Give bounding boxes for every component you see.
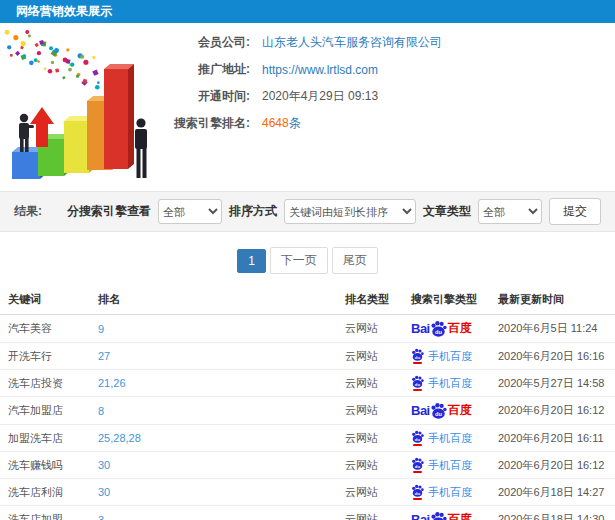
filter-controls: 分搜索引擎查看 全部 排序方式 关键词由短到长排序 文章类型 全部 提交 <box>67 198 601 225</box>
keyword-ranking-table: 关键词 排名 排名类型 搜索引擎类型 最新更新时间 汽车美容 9 云网站 Bai… <box>0 285 615 520</box>
info-row-company: 会员公司: 山东老人头汽车服务咨询有限公司 <box>158 29 442 56</box>
mobile-baidu-label: 手机百度 <box>428 458 472 473</box>
summary-section: 会员公司: 山东老人头汽车服务咨询有限公司 推广地址: https://www.… <box>0 23 615 191</box>
engine-cell: Baidu百度 <box>403 397 490 425</box>
baidu-paw-icon: du <box>411 348 424 361</box>
keyword-cell: 汽车加盟店 <box>0 397 90 425</box>
table-row: 洗车赚钱吗 30 云网站 du手机百度 2020年6月20日 16:12 <box>0 452 615 479</box>
promo-url-link[interactable]: https://www.lrtlsd.com <box>262 63 378 77</box>
article-type-select[interactable]: 全部 <box>478 199 542 224</box>
rank-cell: 21,26 <box>90 370 337 397</box>
rank-count-unit[interactable]: 条 <box>289 116 301 130</box>
baidu-red-underline <box>413 362 422 364</box>
table-row: 洗车店投资 21,26 云网站 du手机百度 2020年5月27日 14:58 <box>0 370 615 397</box>
svg-text:du: du <box>415 355 421 360</box>
svg-text:du: du <box>435 329 442 335</box>
baidu-paw-icon: du <box>411 430 424 443</box>
rank-link[interactable]: 25,28,28 <box>98 432 141 444</box>
businessman-figure-right <box>135 118 147 178</box>
rank-link[interactable]: 8 <box>98 405 104 417</box>
engine-filter-select[interactable]: 全部 <box>158 199 222 224</box>
rank-link[interactable]: 21,26 <box>98 377 126 389</box>
keyword-cell: 汽车美容 <box>0 315 90 343</box>
pagination: 1 下一页 尾页 <box>0 232 615 285</box>
company-name-link[interactable]: 山东老人头汽车服务咨询有限公司 <box>262 34 442 51</box>
last-page-button[interactable]: 尾页 <box>332 247 378 274</box>
table-row: 洗车店加盟 3 云网站 Baidu百度 2020年6月18日 14:30 <box>0 506 615 520</box>
open-time-label: 开通时间: <box>158 88 250 105</box>
table-header: 关键词 排名 排名类型 搜索引擎类型 最新更新时间 <box>0 285 615 315</box>
rank-count-number: 4648 <box>262 116 289 130</box>
keyword-cell: 洗车店加盟 <box>0 506 90 520</box>
baidu-logo: Baidu百度 <box>411 402 472 419</box>
rank-link[interactable]: 27 <box>98 350 110 362</box>
updated-cell: 2020年5月27日 14:58 <box>490 370 615 397</box>
mobile-baidu-label: 手机百度 <box>428 431 472 446</box>
rank-link[interactable]: 30 <box>98 459 110 471</box>
baidu-paw-icon: du <box>411 375 424 388</box>
updated-cell: 2020年6月18日 14:27 <box>490 479 615 506</box>
svg-text:du: du <box>415 382 421 387</box>
sort-filter-select[interactable]: 关键词由短到长排序 <box>284 199 416 224</box>
keyword-cell: 洗车赚钱吗 <box>0 452 90 479</box>
next-page-button[interactable]: 下一页 <box>270 247 328 274</box>
mobile-baidu-logo: du手机百度 <box>411 457 472 473</box>
engine-cell: Baidu百度 <box>403 315 490 343</box>
mobile-baidu-label: 手机百度 <box>428 349 472 364</box>
svg-text:du: du <box>415 437 421 442</box>
mobile-baidu-icon: du <box>411 375 424 391</box>
sort-filter-label: 排序方式 <box>229 203 277 220</box>
businessman-figure-left <box>19 114 34 152</box>
baidu-paw-icon: du <box>430 320 447 337</box>
header-rank: 排名 <box>90 285 337 315</box>
page-1-button[interactable]: 1 <box>237 249 266 273</box>
baidu-red-underline <box>413 471 422 473</box>
svg-text:du: du <box>415 491 421 496</box>
mobile-baidu-logo: du手机百度 <box>411 484 472 500</box>
mobile-baidu-label: 手机百度 <box>428 485 472 500</box>
rank-link[interactable]: 3 <box>98 514 104 520</box>
rank-type-cell: 云网站 <box>337 370 403 397</box>
rank-cell: 8 <box>90 397 337 425</box>
keyword-cell: 洗车店利润 <box>0 479 90 506</box>
mobile-baidu-label: 手机百度 <box>428 376 472 391</box>
baidu-red-underline <box>413 498 422 500</box>
baidu-logo: Baidu百度 <box>411 511 472 520</box>
svg-text:du: du <box>435 411 442 417</box>
rank-type-cell: 云网站 <box>337 343 403 370</box>
mobile-baidu-icon: du <box>411 348 424 364</box>
updated-cell: 2020年6月5日 11:24 <box>490 315 615 343</box>
updated-cell: 2020年6月20日 16:12 <box>490 452 615 479</box>
table-body: 汽车美容 9 云网站 Baidu百度 2020年6月5日 11:24 开洗车行 … <box>0 315 615 520</box>
bar-red <box>104 64 134 169</box>
confetti-dots <box>5 30 100 90</box>
submit-button[interactable]: 提交 <box>549 198 601 225</box>
mobile-baidu-logo: du手机百度 <box>411 348 472 364</box>
rank-type-cell: 云网站 <box>337 479 403 506</box>
mobile-baidu-icon: du <box>411 457 424 473</box>
bar-chart-illustration <box>2 27 154 185</box>
header-engine: 搜索引擎类型 <box>403 285 490 315</box>
baidu-red-underline <box>413 444 422 446</box>
rank-cell: 30 <box>90 452 337 479</box>
info-row-rank-count: 搜索引擎排名: 4648条 <box>158 110 442 137</box>
rank-type-cell: 云网站 <box>337 397 403 425</box>
company-label: 会员公司: <box>158 34 250 51</box>
rank-link[interactable]: 30 <box>98 486 110 498</box>
baidu-logo-cn: 百度 <box>448 402 472 419</box>
rank-link[interactable]: 9 <box>98 323 104 335</box>
promo-url-label: 推广地址: <box>158 61 250 78</box>
table-row: 加盟洗车店 25,28,28 云网站 du手机百度 2020年6月20日 16:… <box>0 425 615 452</box>
table-row: 洗车店利润 30 云网站 du手机百度 2020年6月18日 14:27 <box>0 479 615 506</box>
header-keyword: 关键词 <box>0 285 90 315</box>
updated-cell: 2020年6月20日 16:16 <box>490 343 615 370</box>
rank-type-cell: 云网站 <box>337 425 403 452</box>
rank-cell: 9 <box>90 315 337 343</box>
engine-cell: du手机百度 <box>403 425 490 452</box>
engine-cell: du手机百度 <box>403 343 490 370</box>
mobile-baidu-logo: du手机百度 <box>411 375 472 391</box>
baidu-red-underline <box>413 389 422 391</box>
rank-count-label: 搜索引擎排名: <box>158 115 250 132</box>
baidu-paw-icon: du <box>411 484 424 497</box>
open-time-value: 2020年4月29日 09:13 <box>262 88 378 105</box>
